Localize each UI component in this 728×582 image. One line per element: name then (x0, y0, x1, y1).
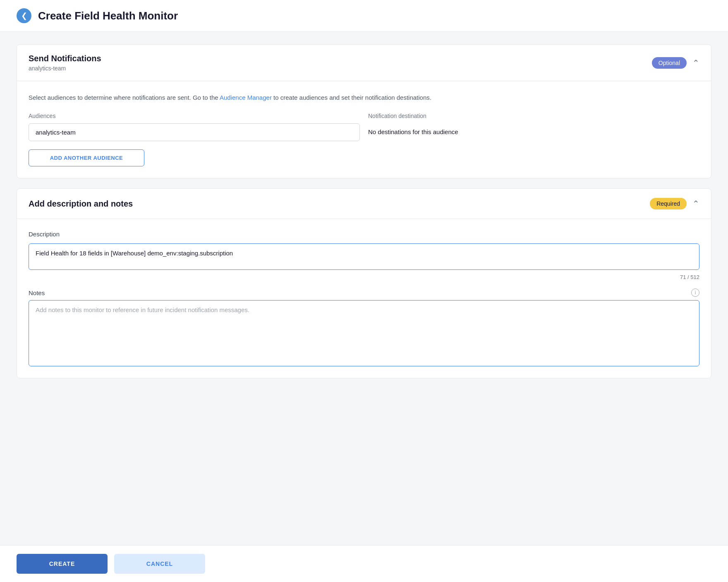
notifications-section-header: Send Notifications analytics-team Option… (17, 45, 711, 81)
notes-header: Notes i (29, 289, 699, 297)
add-audience-button[interactable]: ADD ANOTHER AUDIENCE (29, 149, 144, 166)
audiences-grid: Audiences analytics-team Notification de… (29, 113, 699, 141)
info-text-before-link: Select audiences to determine where noti… (29, 94, 220, 101)
page-title: Create Field Health Monitor (38, 10, 178, 22)
notes-textarea[interactable] (29, 300, 699, 366)
description-input[interactable]: Field Health for 18 fields in [Warehouse… (29, 243, 699, 270)
description-notes-section: Add description and notes Required ⌃ Des… (17, 188, 711, 378)
notifications-info-text: Select audiences to determine where noti… (29, 93, 699, 103)
description-notes-collapse-button[interactable]: ⌃ (692, 199, 699, 209)
footer-spacer (17, 388, 711, 421)
notifications-collapse-button[interactable]: ⌃ (692, 58, 699, 68)
notification-destination-column: Notification destination No destinations… (368, 113, 699, 141)
back-icon: ❮ (21, 11, 27, 20)
required-badge: Required (650, 198, 687, 209)
description-char-count: 71 / 512 (29, 274, 699, 280)
description-notes-header-left: Add description and notes (29, 199, 133, 209)
create-button[interactable]: CREATE (17, 554, 108, 574)
page-header: ❮ Create Field Health Monitor (0, 0, 728, 32)
audiences-column: Audiences analytics-team (29, 113, 360, 141)
notes-info-icon[interactable]: i (691, 289, 699, 297)
description-label: Description (29, 231, 699, 238)
notifications-section-body: Select audiences to determine where noti… (17, 81, 711, 178)
cancel-button[interactable]: CANCEL (114, 554, 205, 574)
notifications-subtitle: analytics-team (29, 65, 101, 72)
back-button[interactable]: ❮ (17, 8, 31, 23)
notification-destination-label: Notification destination (368, 113, 699, 119)
footer-bar: CREATE CANCEL (0, 545, 728, 582)
description-notes-section-header: Add description and notes Required ⌃ (17, 189, 711, 219)
audience-manager-link[interactable]: Audience Manager (220, 94, 272, 101)
notifications-header-right: Optional ⌃ (652, 57, 699, 69)
audience-tag: analytics-team (29, 123, 360, 141)
page-content: Send Notifications analytics-team Option… (0, 32, 728, 582)
description-notes-header-right: Required ⌃ (650, 198, 699, 209)
info-text-after-link: to create audiences and set their notifi… (272, 94, 431, 101)
notes-label: Notes (29, 289, 45, 296)
info-icon-symbol: i (695, 290, 696, 296)
description-notes-title: Add description and notes (29, 199, 133, 209)
notes-field-group: Notes i (29, 289, 699, 366)
chevron-up-icon-2: ⌃ (692, 199, 699, 209)
notifications-section: Send Notifications analytics-team Option… (17, 44, 711, 178)
audiences-label: Audiences (29, 113, 360, 119)
notifications-header-left: Send Notifications analytics-team (29, 54, 101, 72)
no-destinations-text: No destinations for this audience (368, 123, 699, 135)
optional-badge: Optional (652, 57, 687, 69)
chevron-up-icon: ⌃ (692, 58, 699, 68)
description-notes-section-body: Description Field Health for 18 fields i… (17, 219, 711, 378)
notifications-title: Send Notifications (29, 54, 101, 63)
description-field-group: Description Field Health for 18 fields i… (29, 231, 699, 280)
